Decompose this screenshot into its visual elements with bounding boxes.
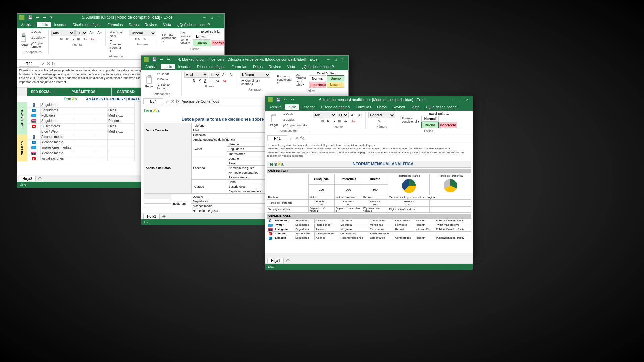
menu-vista-2[interactable]: Vista xyxy=(284,64,298,69)
paste-btn-1[interactable]: Pegar xyxy=(19,32,29,47)
font-shrink-btn-2[interactable]: A⁻ xyxy=(228,72,235,77)
redo-qat-btn-3[interactable]: ↪ xyxy=(289,97,296,103)
menu-formulas-3[interactable]: Fórmulas xyxy=(353,104,374,110)
menu-insertar-3[interactable]: Insertar xyxy=(300,104,317,110)
menu-help-2[interactable]: ¿Qué desea hacer? xyxy=(299,64,336,69)
undo-qat-btn-3[interactable]: ↩ xyxy=(282,97,288,103)
font-family-select-2[interactable]: Arial xyxy=(184,72,208,78)
menu-disenio-2[interactable]: Diseño de página xyxy=(194,64,228,69)
save-qat-btn[interactable]: 💾 xyxy=(27,14,33,20)
style-incorrecto-2[interactable]: Incorrecto xyxy=(309,82,326,88)
minimize-btn-1[interactable]: ─ xyxy=(201,14,208,21)
undo-qat-btn[interactable]: ↩ xyxy=(34,14,40,20)
menu-help-1[interactable]: ¿Qué desea hacer? xyxy=(174,22,212,27)
underline-btn-2[interactable]: S xyxy=(203,78,208,83)
copiar-btn-3[interactable]: ⧉ Copiar xyxy=(281,117,308,122)
minimize-btn-2[interactable]: ─ xyxy=(325,56,332,63)
menu-revisar-1[interactable]: Revisar xyxy=(142,22,160,27)
wrap-text-btn-1[interactable]: ↵ Ajustar texto xyxy=(108,30,124,38)
sheet-tab-hoja1-3[interactable]: Hoja1 xyxy=(267,258,284,263)
cond-format-btn-1[interactable]: Formatocondicional ▾ xyxy=(161,32,179,44)
comma-btn-3[interactable]: , xyxy=(383,119,387,124)
percent-btn-1[interactable]: % xyxy=(142,37,147,41)
add-sheet-btn-3[interactable]: ⊕ xyxy=(285,258,291,264)
font-grow-btn-1[interactable]: A⁺ xyxy=(88,30,95,36)
font-size-select-3[interactable]: 11 xyxy=(337,112,349,118)
border-btn-2[interactable]: ⊞ xyxy=(208,78,214,83)
cortar-btn-3[interactable]: ✂ Cortar xyxy=(281,112,308,117)
sheet-tab-hoja1-2[interactable]: Hoja1 xyxy=(143,214,160,219)
merge-btn-1[interactable]: ⬒ Combinar y centrar ▾ xyxy=(108,39,124,53)
redo-qat-btn[interactable]: ↪ xyxy=(41,14,47,20)
border-btn-3[interactable]: ⊞ xyxy=(337,119,342,124)
formula-input-3[interactable] xyxy=(306,136,471,140)
italic-btn-1[interactable]: K xyxy=(65,37,70,42)
font-grow-btn-2[interactable]: A⁺ xyxy=(221,72,228,77)
cortar-btn-1[interactable]: ✂ Cortar xyxy=(29,30,46,35)
font-shrink-btn-3[interactable]: A⁻ xyxy=(357,113,364,118)
close-btn-1[interactable]: ✕ xyxy=(216,14,222,21)
italic-btn-3[interactable]: K xyxy=(326,119,331,124)
menu-disenio-3[interactable]: Diseño de página xyxy=(318,104,353,110)
menu-formulas-1[interactable]: Fórmulas xyxy=(105,22,125,27)
number-format-select-1[interactable]: General xyxy=(129,30,156,36)
font-family-select-1[interactable]: Arial xyxy=(51,30,75,36)
style-bueno-3[interactable]: Bueno xyxy=(421,122,439,128)
menu-revisar-2[interactable]: Revisar xyxy=(266,64,284,69)
style-incorrecto-3[interactable]: Incorrecto xyxy=(439,122,457,128)
copiar-btn-2[interactable]: ⧉ Copiar xyxy=(156,77,179,82)
font-shrink-btn-1[interactable]: A⁻ xyxy=(96,30,103,36)
currency-btn-1[interactable]: $% xyxy=(134,37,141,41)
menu-formulas-2[interactable]: Fórmulas xyxy=(229,64,250,69)
menu-vista-3[interactable]: Vista xyxy=(409,104,422,110)
undo-qat-btn-2[interactable]: ↩ xyxy=(158,56,164,62)
menu-disenio-1[interactable]: Diseño de página xyxy=(70,22,104,27)
maximize-btn-1[interactable]: □ xyxy=(208,14,215,21)
fill-color-btn-1[interactable]: A▾ xyxy=(82,37,88,42)
font-color-btn-1[interactable]: A▾ xyxy=(89,37,95,42)
bold-btn-3[interactable]: N xyxy=(320,119,325,124)
scrollbar-3[interactable] xyxy=(265,253,473,257)
table-format-btn-2[interactable]: Dar formatocomo tabla ▾ xyxy=(294,72,308,87)
menu-inicio-1[interactable]: Inicio xyxy=(37,22,51,27)
font-color-btn-2[interactable]: A▾ xyxy=(221,79,228,83)
font-family-select-3[interactable]: Arial xyxy=(313,112,336,118)
add-sheet-btn-2[interactable]: ⊕ xyxy=(161,213,167,219)
menu-archivo-3[interactable]: Archivo xyxy=(267,104,284,110)
fill-btn-2[interactable]: A▾ xyxy=(214,79,221,83)
menu-revisar-3[interactable]: Revisar xyxy=(390,104,408,110)
cortar-btn-2[interactable]: ✂ Cortar xyxy=(156,72,179,76)
percent-btn-3[interactable]: % xyxy=(377,119,383,124)
font-size-select-1[interactable]: 11 xyxy=(75,30,87,36)
qat-more-btn[interactable]: ▼ xyxy=(48,14,54,20)
cell-ref-1[interactable] xyxy=(19,61,39,67)
style-neutral-2[interactable]: Neutral xyxy=(327,82,344,88)
underline-btn-3[interactable]: S xyxy=(331,119,336,124)
italic-btn-2[interactable]: K xyxy=(197,78,202,83)
style-bueno-1[interactable]: Bueno xyxy=(193,40,210,46)
menu-insertar-1[interactable]: Insertar xyxy=(51,22,69,27)
paste-btn-2[interactable]: Pegar xyxy=(143,74,155,89)
bold-btn-1[interactable]: N xyxy=(59,37,64,42)
fill-btn-3[interactable]: A▾ xyxy=(343,119,349,124)
maximize-btn-2[interactable]: □ xyxy=(332,56,339,63)
menu-help-3[interactable]: ¿Qué desea hacer? xyxy=(423,104,461,110)
merge-btn-2[interactable]: ⬒ Combinar y centrar ▾ xyxy=(240,78,271,86)
menu-inicio-3[interactable]: Inicio xyxy=(285,104,299,110)
bold-btn-2[interactable]: N xyxy=(192,78,197,83)
maximize-btn-3[interactable]: □ xyxy=(457,96,463,103)
redo-qat-btn-2[interactable]: ↪ xyxy=(165,56,171,62)
copiar-btn-1[interactable]: ⧉ Copiar ▾ xyxy=(29,35,46,40)
font-size-select-2[interactable]: 11 xyxy=(209,72,220,78)
copiar-formato-btn-1[interactable]: 🖌 Copiar formato xyxy=(29,41,46,49)
cond-format-btn-3[interactable]: Formatocondicional ▾ xyxy=(400,116,421,124)
menu-datos-2[interactable]: Datos xyxy=(250,64,265,69)
menu-vista-1[interactable]: Vista xyxy=(160,22,174,27)
save-qat-btn-3[interactable]: 💾 xyxy=(275,97,281,103)
style-incorrecto-1[interactable]: Incorrecto xyxy=(211,40,224,46)
save-qat-btn-2[interactable]: 💾 xyxy=(151,56,157,62)
sheet-tab-hoja2-1[interactable]: Hoja2 xyxy=(19,176,36,181)
paste-btn-3[interactable]: Pegar xyxy=(267,112,281,127)
menu-archivo-2[interactable]: Archivo xyxy=(143,64,160,69)
font-grow-btn-3[interactable]: A⁺ xyxy=(350,113,356,118)
